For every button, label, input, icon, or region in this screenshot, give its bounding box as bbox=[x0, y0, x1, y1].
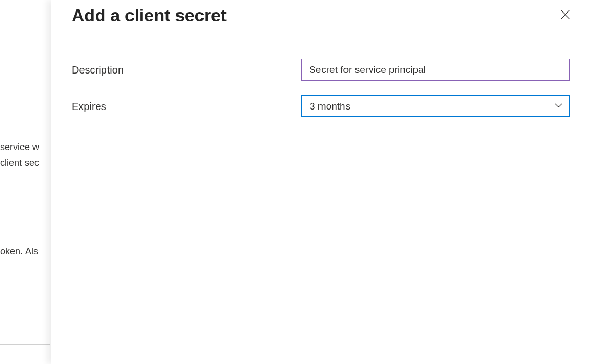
expires-select[interactable]: 3 months bbox=[301, 95, 570, 117]
divider bbox=[0, 126, 50, 126]
description-label: Description bbox=[72, 64, 301, 76]
description-row: Description bbox=[72, 59, 585, 81]
background-text: client sec bbox=[0, 155, 39, 171]
close-icon bbox=[560, 9, 571, 22]
background-text: service w bbox=[0, 140, 39, 155]
close-button[interactable] bbox=[556, 6, 575, 25]
expires-label: Expires bbox=[72, 101, 301, 113]
divider bbox=[0, 344, 50, 345]
add-client-secret-panel: Add a client secret Description Expires … bbox=[51, 0, 606, 364]
expires-row: Expires 3 months bbox=[72, 95, 585, 117]
description-input[interactable] bbox=[301, 59, 570, 81]
expires-select-wrap: 3 months bbox=[301, 95, 570, 117]
expires-select-value: 3 months bbox=[310, 101, 350, 112]
background-text: oken. Als bbox=[0, 244, 38, 259]
form-area: Description Expires 3 months bbox=[72, 59, 585, 117]
background-page-content: service w client sec oken. Als bbox=[0, 0, 52, 364]
panel-header: Add a client secret bbox=[72, 5, 585, 26]
panel-title: Add a client secret bbox=[72, 5, 227, 26]
